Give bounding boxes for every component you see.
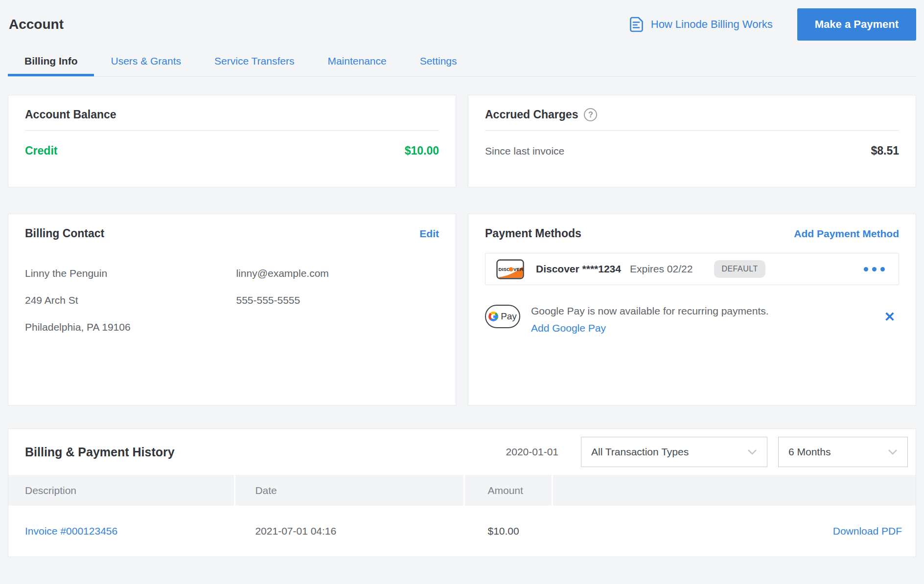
billing-history-header: Billing & Payment History 2020-01-01 All… bbox=[8, 429, 916, 475]
accrued-amount: $8.51 bbox=[871, 144, 899, 157]
svg-text:VER: VER bbox=[513, 267, 523, 272]
table-row: Invoice #000123456 2021-07-01 04:16 $10.… bbox=[8, 506, 916, 557]
history-table-header: Description Date Amount bbox=[8, 475, 916, 506]
svg-text:DISC: DISC bbox=[499, 267, 510, 272]
contact-phone: 555-555-5555 bbox=[236, 294, 439, 306]
header-actions: How Linode Billing Works Make a Payment bbox=[629, 8, 916, 41]
contact-address-line2: Philadelphia, PA 19106 bbox=[25, 321, 236, 333]
column-header-amount: Amount bbox=[465, 475, 553, 506]
column-header-actions bbox=[553, 475, 916, 506]
chevron-down-icon bbox=[888, 449, 898, 455]
divider bbox=[485, 130, 899, 131]
accrued-charges-title: Accrued Charges bbox=[485, 108, 578, 121]
close-icon[interactable]: ✕ bbox=[880, 309, 899, 326]
tab-maintenance[interactable]: Maintenance bbox=[311, 47, 403, 76]
chevron-down-icon bbox=[747, 449, 757, 455]
balance-cards-row: Account Balance Credit $10.00 Accrued Ch… bbox=[8, 95, 916, 187]
accrued-charges-card: Accrued Charges ? Since last invoice $8.… bbox=[468, 95, 916, 187]
billing-history-title: Billing & Payment History bbox=[25, 445, 175, 459]
invoice-link[interactable]: Invoice #000123456 bbox=[25, 525, 117, 537]
card-actions-menu-icon[interactable] bbox=[861, 264, 888, 274]
billing-contact-details: Linny the Penguin linny@example.com 249 … bbox=[25, 268, 439, 333]
since-last-invoice-label: Since last invoice bbox=[485, 145, 564, 157]
card-label: Discover ****1234 bbox=[536, 263, 621, 275]
google-pay-message: Google Pay is now available for recurrin… bbox=[531, 305, 769, 317]
billing-contact-title: Billing Contact bbox=[25, 227, 104, 240]
card-expiry: Expires 02/22 bbox=[630, 263, 693, 275]
account-page: Account How Linode Billing Works Make a … bbox=[0, 0, 924, 557]
edit-billing-contact-button[interactable]: Edit bbox=[419, 228, 439, 240]
how-billing-works-link[interactable]: How Linode Billing Works bbox=[629, 16, 773, 33]
tab-bar: Billing Info Users & Grants Service Tran… bbox=[8, 47, 916, 77]
tab-billing-info[interactable]: Billing Info bbox=[8, 47, 94, 76]
default-badge: DEFAULT bbox=[714, 260, 765, 278]
payment-methods-card: Payment Methods Add Payment Method DISC … bbox=[468, 214, 916, 405]
accrued-charges-row: Since last invoice $8.51 bbox=[485, 144, 899, 157]
google-pay-banner: Pay Google Pay is now available for recu… bbox=[485, 305, 899, 334]
transaction-type-value: All Transaction Types bbox=[591, 446, 689, 458]
account-balance-card: Account Balance Credit $10.00 bbox=[8, 95, 456, 187]
divider bbox=[25, 130, 439, 131]
history-start-date: 2020-01-01 bbox=[506, 446, 558, 458]
how-billing-works-label: How Linode Billing Works bbox=[651, 18, 773, 31]
discover-card-icon: DISC VER bbox=[496, 259, 524, 279]
add-google-pay-link[interactable]: Add Google Pay bbox=[531, 322, 606, 334]
column-header-date: Date bbox=[235, 475, 465, 506]
tab-service-transfers[interactable]: Service Transfers bbox=[198, 47, 311, 76]
payment-methods-title: Payment Methods bbox=[485, 227, 581, 240]
credit-amount: $10.00 bbox=[405, 144, 439, 157]
date-range-select[interactable]: 6 Months bbox=[778, 437, 908, 467]
account-balance-row: Credit $10.00 bbox=[25, 144, 439, 157]
page-header: Account How Linode Billing Works Make a … bbox=[8, 0, 916, 42]
column-header-description: Description bbox=[8, 475, 235, 506]
google-pay-icon: Pay bbox=[485, 305, 520, 328]
make-payment-button[interactable]: Make a Payment bbox=[797, 8, 916, 41]
contact-name: Linny the Penguin bbox=[25, 268, 236, 279]
invoice-date: 2021-07-01 04:16 bbox=[235, 525, 465, 537]
contact-payment-row: Billing Contact Edit Linny the Penguin l… bbox=[8, 214, 916, 405]
contact-address-line1: 249 Arch St bbox=[25, 294, 236, 306]
contact-email: linny@example.com bbox=[236, 268, 439, 279]
google-pay-badge-label: Pay bbox=[501, 311, 517, 322]
page-title: Account bbox=[8, 17, 64, 32]
billing-contact-card: Billing Contact Edit Linny the Penguin l… bbox=[8, 214, 456, 405]
billing-history-section: Billing & Payment History 2020-01-01 All… bbox=[8, 428, 916, 557]
date-range-value: 6 Months bbox=[788, 446, 831, 458]
document-icon bbox=[629, 16, 644, 33]
add-payment-method-button[interactable]: Add Payment Method bbox=[794, 228, 899, 240]
tab-settings[interactable]: Settings bbox=[403, 47, 474, 76]
account-balance-title: Account Balance bbox=[25, 108, 439, 121]
tab-users-grants[interactable]: Users & Grants bbox=[94, 47, 198, 76]
transaction-type-select[interactable]: All Transaction Types bbox=[581, 437, 767, 467]
question-mark-icon[interactable]: ? bbox=[584, 108, 597, 121]
download-pdf-link[interactable]: Download PDF bbox=[833, 525, 902, 537]
invoice-amount: $10.00 bbox=[465, 525, 553, 537]
credit-status-label: Credit bbox=[25, 144, 57, 157]
payment-method-row: DISC VER Discover ****1234 Expires 02/22… bbox=[485, 253, 899, 285]
